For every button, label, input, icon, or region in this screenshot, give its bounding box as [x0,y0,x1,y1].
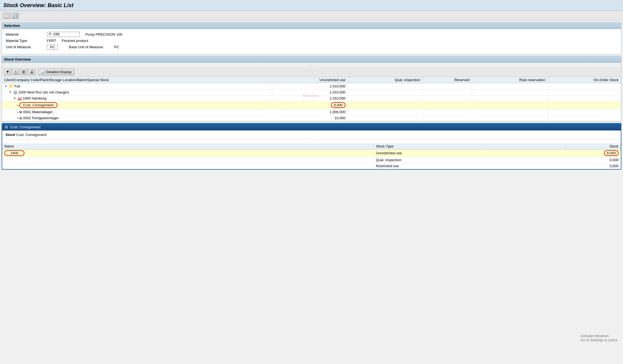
detail-stock-label-row: Stock Cust. Consignment [2,130,621,139]
detailed-display-icon: 📊 [40,70,45,74]
detailed-display-label: Detailed Display [46,70,72,74]
detail-row-stock: 8,000 [566,149,621,157]
selection-header: Selection [2,22,621,29]
detail-table-row[interactable]: 2400 Unrestricted use 8,000 [2,149,621,157]
detail-table-container: Name Stock Type Stock 2400 Unrestricted … [2,143,621,169]
detail-header: ⊞ Cust. Consignment [2,124,621,130]
cust-consignment-label: Cust. Consignment [19,102,57,108]
detail-row-stock-type: Qual. inspection [374,157,484,163]
title-bar: Stock Overview: Basic List [0,0,623,11]
detailed-display-btn[interactable]: 📊 Detailed Display [38,69,74,75]
detail-col-stock-type: Stock Type [374,143,484,149]
detail-table: Name Stock Type Stock 2400 Unrestricted … [2,143,621,169]
row-label: ▼ 📁 Full [2,83,272,89]
material-row: Material P-100 Pump PRECISION 100 [6,32,617,37]
stock-table-header-row: Client/Company Code/Plant/Storage Locati… [2,77,621,83]
detail-col-empty [484,143,566,149]
row-unrestricted: 8,000 [272,101,348,109]
detail-col-name: Name [2,143,374,149]
detail-header-label: Cust. Consignment [10,125,41,129]
table-row[interactable]: ▼ 📁 Full 1.010,000 [2,83,621,89]
row-onorder [548,83,621,89]
detail-body: Stock Cust. Consignment ..... Name Stock… [2,130,621,169]
detail-row-stock: 0,000 [566,157,621,163]
selection-body: Material P-100 Pump PRECISION 100 Materi… [2,29,621,54]
stock-overview-panel: Stock Overview ..... ▼ △ ⊞ 🖨 📊 Detailed … [2,56,621,121]
refresh-icon-btn[interactable]: 🔄 [11,13,19,19]
unit-of-measure-row: Unit of Measure PC Base Unit of Measure … [6,44,617,50]
row-label: ▼ 🏭 1000 Hamburg [2,95,272,101]
detail-table-row[interactable]: Restricted-use 0,000 [2,163,621,169]
col-reserved: Reserved [423,77,472,83]
table-row[interactable]: • ⊞ 0001 Materiallager 1.000,000 [2,109,621,115]
row-label: ▼ 🏢 1000 Best Run (do not change!) [2,89,272,95]
stock-table: Client/Company Code/Plant/Storage Locati… [2,77,621,121]
material-label: Material [6,32,47,36]
filter-icon-btn[interactable]: ▼ [4,69,11,75]
row-reserved [423,83,472,89]
detail-stock-value: Cust. Consignment [16,133,47,137]
table-row[interactable]: ▼ 🏢 1000 Best Run (do not change!) 1.010… [2,89,621,95]
detail-panel: ⊞ Cust. Consignment Stock Cust. Consignm… [2,123,621,170]
material-type-value: FERT [47,39,56,43]
table-row[interactable]: ▼ 🏭 1000 Hamburg 1.010,000 [2,95,621,101]
base-unit-value: PC [114,45,119,49]
table-row[interactable]: • ⊞ 0002 Fertigwarenlager 10,000 [2,115,621,121]
detail-row-name [2,163,374,169]
row-unrestricted: 1.010,000 [272,83,348,89]
col-client: Client/Company Code/Plant/Storage Locati… [2,77,272,83]
page-title: Stock Overview: Basic List [3,2,620,8]
row-rcpt [472,83,548,89]
detail-table-header-row: Name Stock Type Stock [2,143,621,149]
detail-row-name: 2400 [2,149,374,157]
row-unrestricted: 10,000 [272,115,348,121]
detail-row-empty [484,163,566,169]
row-unrestricted: 1.010,000 [272,95,348,101]
material-value: P-100 [47,32,80,37]
detail-stock-key: Stock [5,133,15,137]
col-on-order: On-Order Stock [548,77,621,83]
detail-row-name [2,157,374,163]
row-label: • Cust. Consignment [2,101,272,109]
material-desc: Pump PRECISION 100 [85,32,122,36]
detail-row-empty [484,157,566,163]
unit-of-measure-value: PC [47,44,58,50]
top-toolbar: 📋 🔄 [0,11,623,21]
stock-toolbar: ▼ △ ⊞ 🖨 📊 Detailed Display [2,67,621,77]
material-type-label: Material Type [6,39,47,43]
drag-handle-detail: ..... [2,139,621,143]
clipboard-icon-btn[interactable]: 📋 [3,13,10,19]
drag-handle-top: ..... [2,63,621,67]
material-type-row: Material Type FERT Finished product [6,39,617,43]
detail-header-icon: ⊞ [5,125,8,129]
row-unrestricted: 1.010,000 [272,89,348,95]
columns-icon-btn[interactable]: ⊞ [20,69,27,75]
unit-of-measure-label: Unit of Measure [6,45,47,49]
col-qual-inspection: Qual. inspection [348,77,423,83]
row-label: • ⊞ 0002 Fertigwarenlager [2,115,272,121]
material-type-desc: Finished product [62,39,88,43]
detail-row-empty [484,149,566,157]
base-unit-label: Base Unit of Measure [69,45,103,49]
stock-table-container: www.sapne... Client/Company Code/Plant/S… [2,77,621,121]
detail-row-stock-type: Unrestricted use [374,149,484,157]
print-icon-btn[interactable]: 🖨 [28,69,35,75]
stock-overview-header: Stock Overview [2,56,621,63]
table-row-cust-consignment[interactable]: • Cust. Consignment 8,000 [2,101,621,109]
detail-table-row[interactable]: Qual. inspection 0,000 [2,157,621,163]
col-unrestricted: Unrestricted use [272,77,348,83]
detail-row-stock-type: Restricted-use [374,163,484,169]
row-qual [348,83,423,89]
row-label: • ⊞ 0001 Materiallager [2,109,272,115]
detail-col-stock: Stock [566,143,621,149]
row-unrestricted: 1.000,000 [272,109,348,115]
col-rcpt-reservation: Rcpt reservation [472,77,548,83]
selection-panel: Selection Material P-100 Pump PRECISION … [2,22,621,54]
sort-asc-icon-btn[interactable]: △ [12,69,19,75]
detail-row-stock: 0,000 [566,163,621,169]
